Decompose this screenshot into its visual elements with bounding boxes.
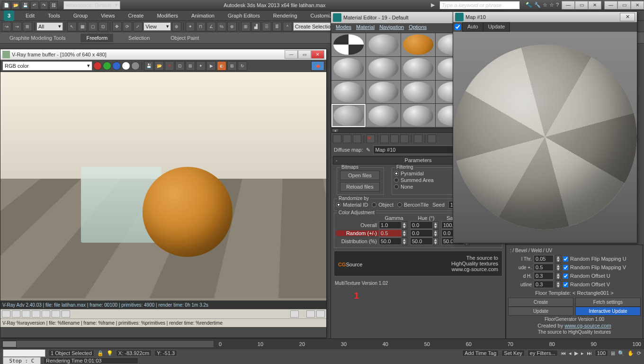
duplicate-icon[interactable]: ⊡ — [175, 61, 185, 71]
track-mouse-icon[interactable]: ✦ — [196, 61, 206, 71]
vfb-close-button[interactable]: ✕ — [311, 50, 324, 59]
mirror-icon[interactable]: ▟ — [251, 22, 261, 31]
menu-graph-editors[interactable]: Graph Editors — [222, 12, 266, 19]
material-slot[interactable] — [366, 104, 400, 127]
put-to-library-icon[interactable] — [400, 135, 409, 143]
current-frame[interactable]: 100 — [595, 350, 608, 356]
param-field[interactable]: 0.3 — [534, 281, 554, 288]
stamp-toggle-icon[interactable] — [290, 310, 299, 318]
help-icon[interactable]: ? — [556, 2, 559, 8]
rand-bercon-radio[interactable]: BerconTile — [397, 202, 429, 208]
u2-icon[interactable] — [32, 310, 40, 318]
underline-icon[interactable] — [22, 310, 30, 318]
orbit-icon[interactable]: ⟳ — [637, 350, 641, 356]
stamp-font-icon[interactable] — [316, 310, 325, 318]
checkbox[interactable] — [563, 273, 568, 279]
mapwin-titlebar[interactable]: Map #10 ✕ — [453, 12, 637, 22]
italic-icon[interactable] — [12, 310, 20, 318]
viewport-nav-icon[interactable]: ⊞ — [611, 350, 615, 356]
material-slot[interactable] — [401, 104, 435, 127]
bold-icon[interactable] — [2, 310, 10, 318]
render-button[interactable]: 🫖 — [311, 61, 324, 71]
time-slider-thumb[interactable] — [2, 341, 17, 347]
bind-icon[interactable]: ⊞ — [23, 22, 32, 31]
make-unique-icon[interactable] — [390, 135, 399, 143]
coloradj-field[interactable]: 0.0 — [410, 229, 433, 237]
tab-update[interactable]: Update — [483, 22, 510, 32]
play-icon[interactable]: ▶ — [574, 350, 578, 356]
lock-icon[interactable]: 🔒 — [97, 350, 104, 356]
reset-map-icon[interactable]: ✕ — [367, 135, 375, 143]
history-icon[interactable]: ↻ — [238, 61, 247, 71]
spinner-snap-icon[interactable]: ⊕ — [227, 22, 237, 31]
move-icon[interactable]: ✥ — [112, 22, 122, 31]
vfb-maximize-button[interactable]: ▭ — [298, 50, 311, 59]
material-slot[interactable] — [401, 57, 435, 80]
binoculars-icon[interactable]: 🔦 — [526, 2, 532, 8]
put-to-scene-icon[interactable] — [343, 135, 351, 143]
add-time-tag[interactable]: Add Time Tag — [462, 350, 499, 356]
window-crossing-icon[interactable]: ⊡ — [98, 22, 108, 31]
undo-icon[interactable]: ↶ — [30, 1, 39, 9]
go-parent-icon[interactable] — [428, 135, 436, 143]
mono-channel-icon[interactable] — [131, 62, 140, 70]
save-image-icon[interactable]: 💾 — [144, 61, 153, 71]
select-region-icon[interactable]: ▢ — [88, 22, 98, 31]
coloradj-field[interactable]: 50.0 — [379, 237, 402, 245]
spinner[interactable]: ▴▾ — [433, 229, 438, 237]
compare-icon[interactable]: ◐ — [217, 61, 226, 71]
spinner[interactable]: ▴▾ — [402, 237, 407, 245]
tab-selection[interactable]: Selection — [123, 34, 155, 42]
t-icon[interactable] — [52, 310, 60, 318]
open-files-button[interactable]: Open files — [340, 171, 380, 180]
check-row[interactable]: Random Flip Mapping U — [563, 256, 626, 262]
select-icon[interactable]: ↖ — [67, 22, 77, 31]
redo-icon[interactable]: ↷ — [40, 1, 48, 9]
select-name-icon[interactable]: ▦ — [78, 22, 87, 31]
coloradj-field[interactable]: 0.0 — [410, 221, 433, 229]
maxscript-mini[interactable] — [3, 349, 45, 357]
menu-views[interactable]: Views — [95, 12, 120, 19]
alpha-channel-icon[interactable] — [122, 62, 130, 70]
stamp-edit-icon[interactable] — [306, 310, 315, 318]
region-render-icon[interactable]: ⊞ — [186, 61, 195, 71]
vfb-channel-dropdown[interactable]: RGB color▾ — [2, 61, 92, 71]
tab-auto[interactable]: Auto — [462, 22, 483, 32]
reload-files-button[interactable]: Reload files — [340, 182, 380, 191]
app-minimize-button[interactable]: — — [604, 1, 617, 9]
vfb-titlebar[interactable]: V-Ray frame buffer - [100% of 640 x 480]… — [0, 49, 326, 60]
star-icon[interactable]: ☆ — [543, 2, 547, 8]
menu-rendering[interactable]: Rendering — [268, 12, 303, 19]
l-icon[interactable] — [42, 310, 50, 318]
param-field[interactable]: 0.3 — [534, 272, 554, 280]
workspace-dropdown[interactable]: Workspace: Default▾ — [63, 1, 120, 9]
tab-object-paint[interactable]: Object Paint — [165, 34, 205, 42]
maxscript-stop[interactable]: Stop : C — [3, 357, 41, 364]
link-icon[interactable]: ↝ — [2, 22, 11, 31]
snap-icon[interactable]: ⊓ — [196, 22, 206, 31]
spinner[interactable]: ▴▾ — [402, 221, 407, 229]
new-icon[interactable]: 📄 — [2, 1, 10, 9]
material-slot[interactable] — [401, 81, 435, 104]
checkbox[interactable] — [563, 282, 568, 287]
create-button[interactable]: Create — [508, 298, 573, 307]
mapwin-close-button[interactable]: ✕ — [620, 13, 635, 21]
app-icon[interactable]: 3 — [4, 10, 14, 21]
material-slot-selected[interactable] — [331, 104, 366, 127]
abc-icon[interactable]: ᴬ — [283, 22, 292, 31]
check-row[interactable]: Random Offset U — [563, 273, 610, 279]
menu-animation[interactable]: Animation — [186, 12, 220, 19]
spinner[interactable]: ▴▾ — [555, 272, 561, 280]
make-copy-icon[interactable] — [380, 135, 389, 143]
material-slot[interactable] — [366, 57, 400, 80]
coord-y[interactable]: Y: -51.3 — [154, 350, 177, 356]
tab-graphite[interactable]: Graphite Modeling Tools — [4, 34, 71, 42]
spinner[interactable]: ▴▾ — [402, 229, 407, 237]
star-icon-2[interactable]: ☆ — [549, 2, 554, 8]
rand-object-radio[interactable]: Object — [372, 202, 394, 208]
lightbulb-icon[interactable]: 💡 — [107, 350, 113, 356]
goto-end-icon[interactable]: ⏭ — [587, 350, 592, 356]
red-channel-icon[interactable] — [93, 62, 102, 70]
me-menu-modes[interactable]: Modes — [334, 24, 353, 32]
checkbox[interactable] — [563, 256, 568, 262]
